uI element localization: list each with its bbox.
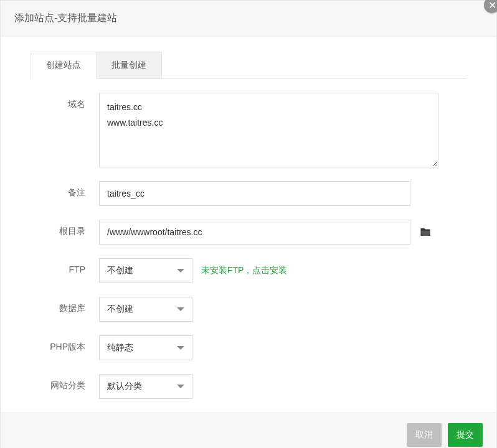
tab-create-site[interactable]: 创建站点 bbox=[31, 52, 97, 79]
modal-title: 添加站点-支持批量建站 bbox=[14, 12, 117, 23]
database-select-value: 不创建 bbox=[107, 304, 133, 315]
row-category: 网站分类 默认分类 bbox=[31, 374, 466, 399]
row-database: 数据库 不创建 bbox=[31, 297, 466, 322]
chevron-down-icon bbox=[177, 385, 184, 388]
remark-input[interactable] bbox=[99, 181, 410, 206]
label-ftp: FTP bbox=[31, 258, 99, 274]
ftp-hint-text: 未安装FTP， bbox=[201, 265, 252, 275]
folder-browse-icon[interactable] bbox=[419, 226, 432, 238]
cancel-button[interactable]: 取消 bbox=[407, 423, 442, 447]
label-remark: 备注 bbox=[31, 181, 99, 198]
chevron-down-icon bbox=[177, 346, 184, 350]
category-select-value: 默认分类 bbox=[107, 381, 142, 392]
chevron-down-icon bbox=[177, 269, 184, 273]
modal-footer: 取消 提交 bbox=[1, 413, 496, 448]
close-icon: ✕ bbox=[488, 0, 496, 11]
modal-header: 添加站点-支持批量建站 bbox=[1, 1, 496, 37]
form: 域名 备注 根目录 bbox=[31, 79, 466, 399]
label-php: PHP版本 bbox=[31, 335, 99, 353]
database-select[interactable]: 不创建 bbox=[99, 297, 192, 322]
modal-body: 创建站点 批量创建 域名 备注 根目录 bbox=[1, 37, 496, 399]
row-remark: 备注 bbox=[31, 181, 466, 206]
tabs: 创建站点 批量创建 bbox=[31, 52, 466, 79]
domain-textarea[interactable] bbox=[99, 93, 438, 167]
php-version-select[interactable]: 纯静态 bbox=[99, 335, 192, 360]
label-database: 数据库 bbox=[31, 297, 99, 314]
ftp-install-link[interactable]: 点击安装 bbox=[252, 265, 287, 275]
row-root: 根目录 bbox=[31, 220, 466, 245]
chevron-down-icon bbox=[177, 307, 184, 311]
label-category: 网站分类 bbox=[31, 374, 99, 391]
label-domain: 域名 bbox=[31, 93, 99, 110]
row-ftp: FTP 不创建 未安装FTP，点击安装 bbox=[31, 258, 466, 283]
php-select-value: 纯静态 bbox=[107, 342, 133, 353]
root-dir-input[interactable] bbox=[99, 220, 410, 245]
ftp-select[interactable]: 不创建 bbox=[99, 258, 192, 283]
row-php: PHP版本 纯静态 bbox=[31, 335, 466, 360]
add-site-modal: 添加站点-支持批量建站 ✕ 创建站点 批量创建 域名 备注 bbox=[0, 0, 497, 448]
ftp-select-value: 不创建 bbox=[107, 265, 133, 276]
tab-label: 批量创建 bbox=[111, 60, 146, 70]
label-root: 根目录 bbox=[31, 220, 99, 237]
submit-button[interactable]: 提交 bbox=[448, 423, 483, 447]
row-domain: 域名 bbox=[31, 93, 466, 167]
ftp-hint: 未安装FTP，点击安装 bbox=[201, 265, 287, 276]
tab-label: 创建站点 bbox=[46, 60, 81, 70]
category-select[interactable]: 默认分类 bbox=[99, 374, 192, 399]
tab-batch-create[interactable]: 批量创建 bbox=[96, 52, 162, 78]
